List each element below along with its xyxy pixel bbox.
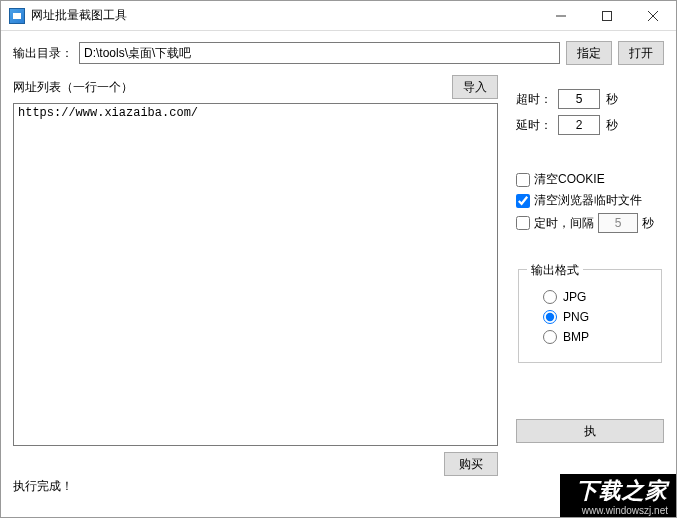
minimize-button[interactable] — [538, 1, 584, 30]
clear-cookie-row: 清空COOKIE — [516, 171, 664, 188]
format-option-bmp: BMP — [543, 330, 651, 344]
output-format-legend: 输出格式 — [527, 262, 583, 279]
window-controls — [538, 1, 676, 30]
timeout-row: 超时： 秒 — [516, 89, 664, 109]
watermark-title: 下载之家 — [576, 478, 668, 503]
timeout-unit: 秒 — [606, 91, 618, 108]
output-dir-label: 输出目录： — [13, 45, 73, 62]
format-option-png: PNG — [543, 310, 651, 324]
interval-row: 定时，间隔 秒 — [516, 213, 664, 233]
app-icon — [9, 8, 25, 24]
start-button[interactable]: 执 — [516, 419, 664, 443]
url-list-header-row: 网址列表（一行一个） 导入 — [13, 75, 498, 99]
maximize-button[interactable] — [584, 1, 630, 30]
choose-dir-button[interactable]: 指定 — [566, 41, 612, 65]
clear-temp-label: 清空浏览器临时文件 — [534, 192, 642, 209]
url-list-textarea[interactable]: https://www.xiazaiba.com/ — [13, 103, 498, 446]
format-radio-jpg[interactable] — [543, 290, 557, 304]
watermark: 下载之家 www.windowszj.net — [560, 474, 676, 517]
status-text: 执行完成！ — [13, 478, 498, 495]
format-option-jpg: JPG — [543, 290, 651, 304]
title-bar: 网址批量截图工具 — [1, 1, 676, 31]
output-format-group: 输出格式 JPG PNG BMP — [518, 269, 662, 363]
delay-row: 延时： 秒 — [516, 115, 664, 135]
clear-cookie-label: 清空COOKIE — [534, 171, 605, 188]
delay-label: 延时： — [516, 117, 552, 134]
client-area: 输出目录： 指定 打开 网址列表（一行一个） 导入 https://www.xi… — [1, 31, 676, 517]
interval-unit: 秒 — [642, 215, 654, 232]
svg-rect-1 — [603, 11, 612, 20]
watermark-url: www.windowszj.net — [576, 505, 668, 518]
interval-label: 定时，间隔 — [534, 215, 594, 232]
timeout-label: 超时： — [516, 91, 552, 108]
open-dir-button[interactable]: 打开 — [618, 41, 664, 65]
output-dir-row: 输出目录： 指定 打开 — [13, 41, 664, 65]
delay-unit: 秒 — [606, 117, 618, 134]
clear-temp-checkbox[interactable] — [516, 194, 530, 208]
url-list-header: 网址列表（一行一个） — [13, 79, 133, 96]
buy-button[interactable]: 购买 — [444, 452, 498, 476]
close-button[interactable] — [630, 1, 676, 30]
interval-input[interactable] — [598, 213, 638, 233]
output-dir-input[interactable] — [79, 42, 560, 64]
format-label-bmp: BMP — [563, 330, 589, 344]
timeout-input[interactable] — [558, 89, 600, 109]
left-column: 网址列表（一行一个） 导入 https://www.xiazaiba.com/ … — [13, 75, 498, 495]
format-radio-bmp[interactable] — [543, 330, 557, 344]
interval-checkbox[interactable] — [516, 216, 530, 230]
window-title: 网址批量截图工具 — [31, 7, 127, 24]
delay-input[interactable] — [558, 115, 600, 135]
import-button[interactable]: 导入 — [452, 75, 498, 99]
clear-temp-row: 清空浏览器临时文件 — [516, 192, 664, 209]
format-label-jpg: JPG — [563, 290, 586, 304]
format-label-png: PNG — [563, 310, 589, 324]
right-column: 超时： 秒 延时： 秒 清空COOKIE 清空浏览器临时文件 定时，间隔 — [516, 75, 664, 495]
clear-cookie-checkbox[interactable] — [516, 173, 530, 187]
format-radio-png[interactable] — [543, 310, 557, 324]
